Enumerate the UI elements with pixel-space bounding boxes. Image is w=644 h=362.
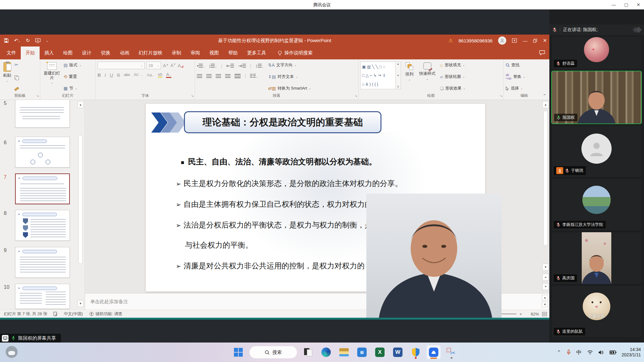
slide-thumbnail-7-current[interactable]: » [15, 173, 70, 204]
canvas-scroll-up-icon[interactable]: ▲ [542, 101, 549, 108]
font-color-button[interactable]: A⌄ [166, 72, 171, 78]
canvas-scroll-thumb[interactable] [543, 111, 548, 246]
section-button[interactable]: ▦节⌄ [64, 85, 81, 91]
customize-qat-icon[interactable]: ⌄ [46, 39, 48, 42]
tray-mic-icon[interactable] [566, 349, 571, 355]
close-icon[interactable]: ✕ [636, 2, 640, 7]
tab-review[interactable]: 审阅 [186, 47, 205, 59]
warning-icon[interactable]: ⚠ [449, 38, 453, 43]
ribbon-display-icon[interactable] [512, 38, 517, 43]
align-center-icon[interactable] [206, 74, 212, 78]
task-view-button[interactable] [301, 345, 315, 359]
previous-slide-icon[interactable]: ⏶ [542, 274, 549, 281]
paste-button[interactable]: 粘贴 ⌄ [2, 62, 13, 83]
char-spacing-button[interactable]: AV↔⌄ [134, 73, 143, 77]
line-spacing-icon[interactable]: ↕⌄ [255, 63, 264, 69]
participant-tile[interactable]: 于晓琪 [551, 125, 642, 178]
tab-design[interactable]: 设计 [77, 47, 96, 59]
font-dialog-launcher[interactable]: ↘ [191, 94, 194, 97]
comments-icon[interactable] [539, 50, 545, 55]
align-text-button[interactable]: ⇕▤对齐文本⌄ [268, 74, 298, 80]
font-name-combo[interactable]: ⌄ [97, 62, 145, 69]
tab-animations[interactable]: 动画 [115, 47, 134, 59]
new-slide-dropdown-icon[interactable]: ⌄ [51, 81, 53, 84]
ppt-restore-icon[interactable] [533, 39, 537, 43]
shape-gallery-scroll[interactable]: ▲▼⊽ [396, 62, 401, 89]
fit-slide-to-window-icon[interactable] [542, 312, 547, 316]
justify-icon[interactable] [225, 74, 230, 78]
accessibility-status[interactable]: 辅助功能: 调查 [89, 311, 122, 317]
language-status[interactable]: 中文(中国) [64, 311, 83, 317]
tell-me-search[interactable]: 操作说明搜索 [278, 47, 313, 59]
layout-button[interactable]: ▤版式⌄ [64, 62, 81, 68]
battery-icon[interactable] [609, 350, 616, 354]
tab-draw[interactable]: 绘图 [58, 47, 77, 59]
thumbnail-scrollbar[interactable]: ▲ [77, 101, 84, 108]
clear-format-icon[interactable]: A◢ [178, 63, 183, 68]
tab-insert[interactable]: 插入 [40, 47, 58, 59]
microsoft-store-icon[interactable]: ⊞ [355, 345, 369, 359]
edge-browser-icon[interactable] [319, 345, 333, 359]
tab-file[interactable]: 文件 [2, 47, 21, 59]
start-slideshow-icon[interactable] [35, 38, 41, 43]
save-icon[interactable] [4, 38, 9, 43]
tab-help[interactable]: 帮助 [224, 47, 242, 59]
spellcheck-icon[interactable] [53, 312, 58, 316]
numbering-icon[interactable]: 1⌄ [209, 64, 217, 68]
grow-font-icon[interactable]: A▲ [163, 63, 169, 68]
tab-slideshow[interactable]: 幻灯片放映 [134, 47, 167, 59]
shrink-font-icon[interactable]: A▼ [170, 63, 176, 68]
cut-icon[interactable]: ✂ [14, 62, 19, 67]
quick-styles-button[interactable]: 快速样式 ⌄ [418, 62, 437, 81]
tray-clock[interactable]: 14:34 2023/1/11 [622, 347, 641, 358]
smartart-button[interactable]: ⇄▥转换为 SmartArt⌄ [268, 85, 311, 91]
participant-tile-speaking[interactable]: 陈国权 [551, 71, 642, 124]
slide-thumbnail-8[interactable]: » [15, 210, 70, 241]
slide-thumbnail-9[interactable]: » [15, 247, 70, 278]
ppt-minimize-icon[interactable]: — [523, 38, 527, 43]
change-case-button[interactable]: Aa⌄ [147, 73, 154, 77]
strikethrough-button[interactable]: S [117, 72, 120, 78]
clipboard-dialog-launcher[interactable]: ↘ [36, 94, 39, 97]
participant-tile[interactable]: 积极乐观 道里的鼠鼠 [551, 285, 642, 338]
shape-gallery[interactable]: ▣ ▥ ╲ ╲ □ ○ □ △ ⌐ ↳ ⇒ ⇓ ⌂ & ) ( { } [360, 62, 396, 89]
canvas-scrollbar[interactable]: ▲ ▼ ⏶ ⏷ [542, 101, 549, 292]
slide-thumbnail-5[interactable] [15, 100, 70, 128]
new-slide-button[interactable]: ✦ 新建幻灯片 ⌄ [42, 62, 62, 85]
excel-icon[interactable]: X [373, 345, 387, 359]
italic-button[interactable]: I [105, 72, 106, 78]
copy-icon[interactable] [14, 75, 19, 80]
increase-indent-icon[interactable]: ⇥ [238, 63, 246, 69]
text-direction-button[interactable]: ⇅A文字方向⌄ [268, 62, 297, 68]
align-right-icon[interactable] [216, 74, 221, 78]
replace-button[interactable]: ab↪ac替换⌄ [506, 73, 525, 80]
slide-thumbnail-10[interactable]: » [15, 284, 70, 309]
bullets-icon[interactable]: •⌄ [197, 63, 205, 69]
file-explorer-icon[interactable] [337, 345, 351, 359]
bold-button[interactable]: B [97, 72, 101, 78]
wifi-icon[interactable] [587, 350, 593, 355]
tab-home[interactable]: 开始 [21, 47, 40, 59]
windows-security-icon[interactable] [409, 345, 423, 359]
tab-transitions[interactable]: 切换 [96, 47, 115, 59]
columns-icon[interactable]: ⌄ [250, 73, 258, 79]
snipping-tool-icon[interactable]: ✂ [445, 345, 458, 359]
ime-indicator[interactable]: 中 [576, 349, 582, 356]
participant-tile[interactable]: 李炳烁江苏大学法学院 [551, 178, 642, 231]
slide-thumbnail-6[interactable]: » [15, 137, 70, 167]
minimize-icon[interactable]: — [612, 2, 616, 7]
notes-scroll-up-icon[interactable]: ▲ [542, 295, 548, 300]
zoom-in-button[interactable]: + [519, 312, 522, 316]
undo-icon[interactable]: ↶⌄ [14, 38, 20, 43]
start-button[interactable] [231, 345, 245, 359]
thumb-scroll-down-icon[interactable]: ▼ [77, 300, 84, 307]
thumb-scroll-up-icon[interactable]: ▲ [77, 101, 84, 108]
format-painter-icon[interactable] [14, 87, 19, 91]
word-icon[interactable]: W [391, 345, 405, 359]
tab-view[interactable]: 视图 [205, 47, 224, 59]
notes-scroll-down-icon[interactable]: ▼ [542, 302, 548, 307]
redo-icon[interactable]: ↻ [26, 38, 30, 43]
volume-icon[interactable] [598, 350, 604, 355]
participant-tile[interactable]: ♥ 舒语蕊 [551, 36, 642, 70]
account-avatar[interactable] [498, 36, 506, 45]
